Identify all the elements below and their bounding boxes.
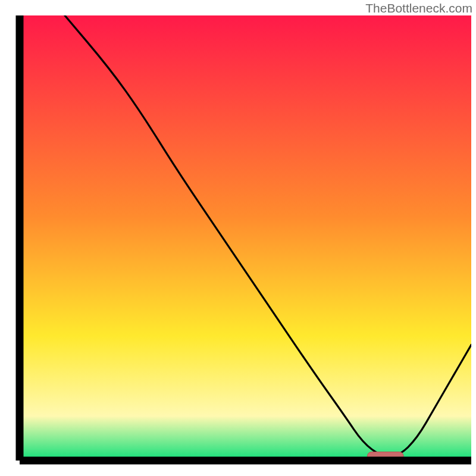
plot-background: [20, 15, 471, 461]
watermark-text: TheBottleneck.com: [365, 1, 472, 15]
bottleneck-chart: TheBottleneck.com: [0, 0, 476, 476]
chart-svg: [0, 0, 476, 476]
